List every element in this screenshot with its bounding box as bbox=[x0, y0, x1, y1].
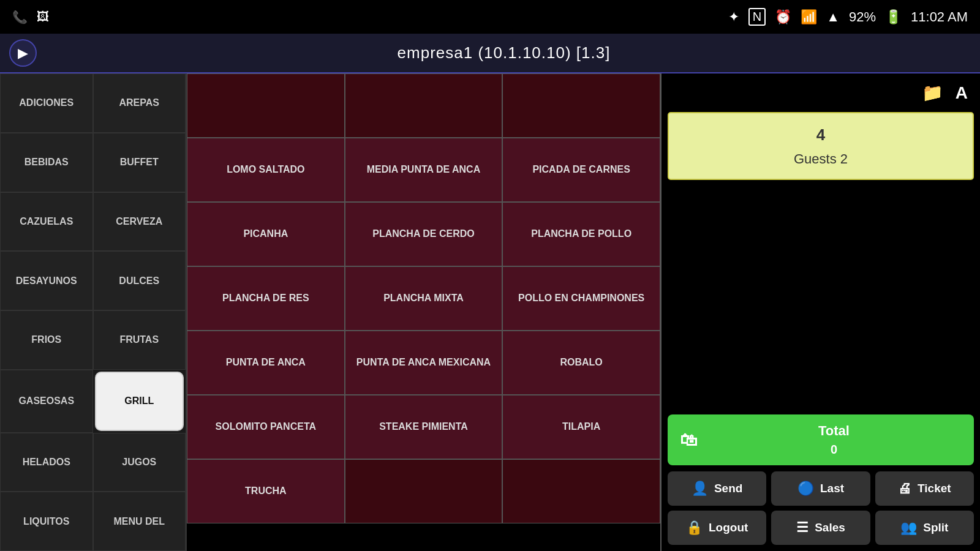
category-item-jugos[interactable]: JUGOS bbox=[93, 433, 186, 492]
category-item-menu-del[interactable]: MENU DEL bbox=[93, 492, 186, 551]
menu-item-tilapia[interactable]: TILAPIA bbox=[502, 395, 660, 459]
category-item-dulces[interactable]: DULCES bbox=[93, 251, 186, 310]
send-button[interactable]: 👤 Send bbox=[668, 471, 766, 506]
letter-a: A bbox=[956, 83, 968, 103]
menu-item-empty bbox=[345, 73, 503, 138]
menu-item-plancha-de-res[interactable]: PLANCHA DE RES bbox=[187, 266, 345, 331]
menu-item-robalo[interactable]: ROBALO bbox=[502, 331, 660, 395]
right-panel: 📁 A 4 Guests 2 🛍 Total 0 👤 Send 🔵 Last bbox=[662, 73, 980, 551]
header-title: empresa1 (10.1.10.10) [1.3] bbox=[37, 43, 971, 62]
menu-item-empty bbox=[502, 459, 660, 523]
alarm-icon: ⏰ bbox=[775, 9, 791, 25]
nav-arrow-icon: ▶ bbox=[18, 45, 28, 61]
right-spacer bbox=[668, 186, 974, 408]
main-content: ADICIONESAREPASBEBIDASBUFFETCAZUELASCERV… bbox=[0, 73, 980, 551]
ticket-icon: 🖨 bbox=[898, 481, 911, 497]
total-label: Total bbox=[706, 422, 962, 441]
category-item-arepas[interactable]: AREPAS bbox=[93, 73, 186, 133]
order-info-box: 4 Guests 2 bbox=[668, 112, 974, 180]
menu-item-empty bbox=[502, 73, 660, 138]
category-item-desayunos[interactable]: DESAYUNOS bbox=[0, 251, 93, 310]
menu-item-plancha-de-cerdo[interactable]: PLANCHA DE CERDO bbox=[345, 202, 503, 266]
bluetooth-icon: ✦ bbox=[728, 9, 739, 25]
ticket-button[interactable]: 🖨 Ticket bbox=[875, 471, 974, 506]
menu-item-media-punta-de-anca[interactable]: MEDIA PUNTA DE ANCA bbox=[345, 138, 503, 202]
category-item-liquitos[interactable]: LIQUITOS bbox=[0, 492, 93, 551]
menu-item-plancha-mixta[interactable]: PLANCHA MIXTA bbox=[345, 266, 503, 331]
folder-icon: 📁 bbox=[922, 83, 943, 103]
menu-item-empty bbox=[187, 73, 345, 138]
menu-item-pollo-en-champinones[interactable]: POLLO EN CHAMPINONES bbox=[502, 266, 660, 331]
menu-item-empty bbox=[345, 459, 503, 523]
sales-icon: ☰ bbox=[796, 520, 809, 536]
menu-item-picada-de-carnes[interactable]: PICADA DE CARNES bbox=[502, 138, 660, 202]
right-top-icons: 📁 A bbox=[668, 80, 974, 106]
logout-icon: 🔒 bbox=[686, 520, 703, 536]
battery-percent: 92% bbox=[849, 9, 876, 25]
category-item-grill[interactable]: GRILL bbox=[95, 372, 184, 431]
category-item-gaseosas[interactable]: GASEOSAS bbox=[0, 370, 93, 433]
phone-icon: 📞 bbox=[12, 10, 28, 24]
menu-item-solomito-panceta[interactable]: SOLOMITO PANCETA bbox=[187, 395, 345, 459]
total-box: 🛍 Total 0 bbox=[668, 414, 974, 465]
last-button[interactable]: 🔵 Last bbox=[771, 471, 870, 506]
send-icon: 👤 bbox=[692, 481, 708, 497]
battery-icon: 🔋 bbox=[885, 9, 902, 25]
total-text: Total 0 bbox=[706, 422, 962, 458]
clock: 11:02 AM bbox=[911, 9, 968, 25]
category-item-helados[interactable]: HELADOS bbox=[0, 433, 93, 492]
signal-icon: ▲ bbox=[826, 9, 840, 25]
category-item-bebidas[interactable]: BEBIDAS bbox=[0, 133, 93, 192]
logout-button[interactable]: 🔒 Logout bbox=[668, 511, 766, 545]
status-icons: 📞 🖼 bbox=[12, 10, 49, 24]
nav-button[interactable]: ▶ bbox=[9, 39, 37, 67]
menu-item-plancha-de-pollo[interactable]: PLANCHA DE POLLO bbox=[502, 202, 660, 266]
menu-item-picanha[interactable]: PICANHA bbox=[187, 202, 345, 266]
nfc-icon: N bbox=[748, 8, 766, 26]
header: ▶ empresa1 (10.1.10.10) [1.3] bbox=[0, 34, 980, 73]
sales-button[interactable]: ☰ Sales bbox=[771, 511, 870, 545]
category-item-buffet[interactable]: BUFFET bbox=[93, 133, 186, 192]
status-bar: 📞 🖼 ✦ N ⏰ 📶 ▲ 92% 🔋 11:02 AM bbox=[0, 0, 980, 34]
category-item-frutas[interactable]: FRUTAS bbox=[93, 310, 186, 370]
category-item-frios[interactable]: FRIOS bbox=[0, 310, 93, 370]
status-right: ✦ N ⏰ 📶 ▲ 92% 🔋 11:02 AM bbox=[728, 8, 968, 26]
menu-item-punta-de-anca-mexicana[interactable]: PUNTA DE ANCA MEXICANA bbox=[345, 331, 503, 395]
table-number: 4 bbox=[681, 122, 960, 148]
total-value: 0 bbox=[706, 441, 962, 458]
categories-panel: ADICIONESAREPASBEBIDASBUFFETCAZUELASCERV… bbox=[0, 73, 187, 551]
split-icon: 👥 bbox=[900, 520, 917, 536]
category-item-cazuelas[interactable]: CAZUELAS bbox=[0, 192, 93, 252]
menu-item-lomo-saltado[interactable]: LOMO SALTADO bbox=[187, 138, 345, 202]
menu-items-grid: LOMO SALTADOMEDIA PUNTA DE ANCAPICADA DE… bbox=[187, 73, 662, 551]
category-item-cerveza[interactable]: CERVEZA bbox=[93, 192, 186, 252]
category-item-adiciones[interactable]: ADICIONES bbox=[0, 73, 93, 133]
image-icon: 🖼 bbox=[37, 10, 49, 24]
action-buttons: 👤 Send 🔵 Last 🖨 Ticket 🔒 Logout ☰ Sales … bbox=[668, 471, 974, 545]
split-button[interactable]: 👥 Split bbox=[875, 511, 974, 545]
menu-item-trucha[interactable]: TRUCHA bbox=[187, 459, 345, 523]
shopping-bag-icon: 🛍 bbox=[680, 430, 697, 450]
wifi-icon: 📶 bbox=[801, 9, 817, 25]
menu-item-punta-de-anca[interactable]: PUNTA DE ANCA bbox=[187, 331, 345, 395]
menu-item-steake-pimienta[interactable]: STEAKE PIMIENTA bbox=[345, 395, 503, 459]
guests-label: Guests 2 bbox=[681, 148, 960, 170]
last-icon: 🔵 bbox=[797, 481, 814, 497]
